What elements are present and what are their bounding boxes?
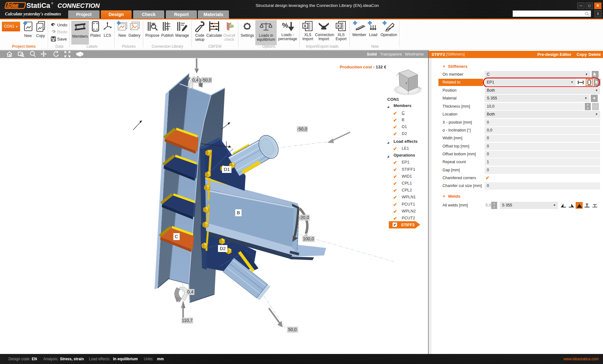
- svg-text:50,0: 50,0: [288, 327, 296, 332]
- svg-text:CONNECTION: CONNECTION: [57, 2, 100, 9]
- svg-text:110,7: 110,7: [182, 318, 193, 323]
- svg-text:D1: D1: [224, 167, 230, 172]
- svg-text:%: %: [282, 21, 288, 29]
- svg-text:Undo: Undo: [57, 23, 67, 27]
- svg-text:X: X: [337, 24, 340, 28]
- svg-text:StatiCa: StatiCa: [26, 2, 51, 9]
- svg-text:D2: D2: [220, 246, 225, 251]
- svg-text:-50,0: -50,0: [201, 78, 211, 83]
- svg-text:B: B: [237, 210, 240, 215]
- svg-text:-50,0: -50,0: [297, 126, 307, 131]
- svg-text:Calculate yesterday's estimate: Calculate yesterday's estimates: [5, 12, 61, 16]
- svg-text:idea: idea: [6, 2, 19, 9]
- svg-text:X: X: [304, 24, 307, 28]
- svg-text:0,4: 0,4: [187, 289, 193, 294]
- svg-text:-20,0: -20,0: [299, 215, 309, 220]
- svg-text:Save: Save: [57, 37, 67, 41]
- svg-text:C: C: [175, 234, 178, 239]
- svg-text:100,0: 100,0: [303, 236, 314, 241]
- svg-text:0,4: 0,4: [192, 78, 198, 83]
- svg-text:Redo: Redo: [57, 29, 67, 34]
- svg-text:®: ®: [51, 2, 53, 5]
